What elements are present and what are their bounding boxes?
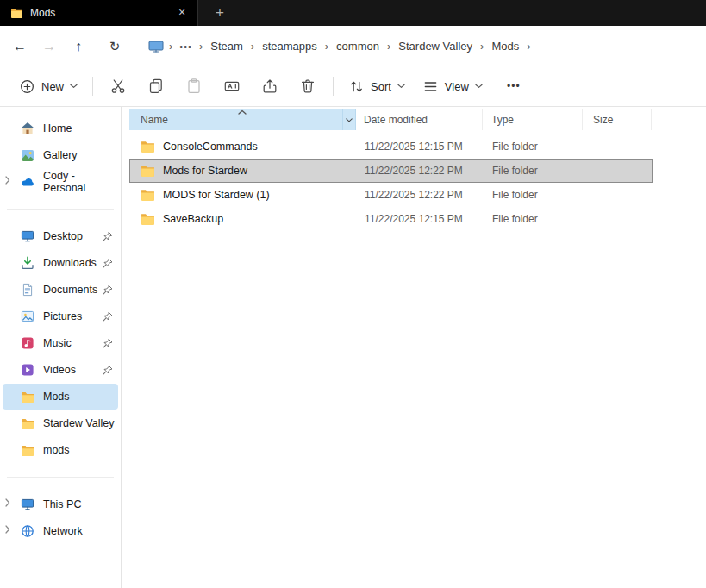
- chevron-down-icon: [397, 84, 405, 89]
- column-filter-dropdown[interactable]: [342, 109, 355, 130]
- refresh-button[interactable]: ↻: [100, 32, 129, 61]
- column-header-date-modified[interactable]: Date modified: [356, 109, 483, 130]
- view-button-label: View: [445, 80, 469, 93]
- column-header-label: Name: [141, 114, 168, 126]
- folder-icon: [141, 189, 155, 201]
- chevron-down-icon: [475, 84, 483, 89]
- explorer-tab[interactable]: Mods ×: [0, 0, 198, 26]
- back-button[interactable]: ←: [5, 32, 34, 61]
- breadcrumb-separator[interactable]: ›: [323, 40, 330, 53]
- breadcrumb-separator[interactable]: ›: [525, 40, 532, 53]
- gallery-icon: [21, 148, 34, 162]
- folder-icon: [21, 418, 34, 429]
- sidebar-item-label: Videos: [43, 364, 76, 376]
- breadcrumb-separator[interactable]: ›: [478, 40, 485, 53]
- pin-icon: [103, 285, 113, 295]
- sort-button-label: Sort: [371, 80, 391, 93]
- sidebar-item-this-pc[interactable]: This PC: [3, 491, 118, 517]
- view-button[interactable]: View: [414, 72, 491, 101]
- sort-arrows-icon: [348, 78, 365, 95]
- breadcrumb-separator[interactable]: ›: [249, 40, 256, 53]
- sidebar-section-divider: [0, 464, 121, 491]
- sidebar-item-label: Documents: [43, 284, 97, 296]
- file-row[interactable]: SaveBackup 11/22/2025 12:15 PM File fold…: [129, 207, 653, 231]
- breadcrumb-separator[interactable]: ›: [197, 40, 204, 53]
- column-header-name[interactable]: Name: [129, 109, 356, 130]
- sidebar-item-desktop[interactable]: Desktop: [3, 223, 118, 249]
- sidebar-item-label: This PC: [43, 498, 81, 510]
- breadcrumb-item-steamapps[interactable]: steamapps: [256, 35, 323, 57]
- breadcrumb-item-steam[interactable]: Steam: [204, 35, 249, 57]
- delete-button[interactable]: [289, 72, 327, 101]
- breadcrumb-ellipsis-button[interactable]: •••: [174, 38, 197, 55]
- file-row[interactable]: ConsoleCommands 11/22/2025 12:15 PM File…: [129, 134, 653, 159]
- downloads-icon: [21, 256, 34, 270]
- trash-icon: [299, 78, 316, 95]
- folder-icon: [141, 141, 155, 153]
- file-row[interactable]: MODS for Stardew (1) 11/22/2025 12:22 PM…: [129, 183, 653, 207]
- sidebar-item-label: Desktop: [43, 230, 83, 242]
- sidebar-item-home[interactable]: Home: [3, 116, 118, 141]
- address-bar[interactable]: › ••• › Steam › steamapps › common › Sta…: [138, 32, 697, 61]
- share-button[interactable]: [251, 72, 289, 101]
- file-row-selected[interactable]: Mods for Stardew 11/22/2025 12:22 PM Fil…: [129, 159, 653, 183]
- column-header-type[interactable]: Type: [483, 109, 583, 130]
- up-button[interactable]: ↑: [64, 32, 93, 61]
- chevron-right-icon[interactable]: [5, 176, 10, 185]
- folder-icon: [141, 213, 155, 225]
- breadcrumb-item-common[interactable]: common: [330, 35, 385, 57]
- onedrive-icon: [21, 175, 34, 189]
- file-name: ConsoleCommands: [163, 141, 258, 153]
- sidebar-item-gallery[interactable]: Gallery: [3, 142, 118, 168]
- column-header-label: Type: [491, 114, 514, 126]
- toolbar-divider: [333, 77, 334, 96]
- sidebar-item-onedrive[interactable]: Cody - Personal: [3, 169, 118, 195]
- breadcrumb-separator[interactable]: ›: [167, 40, 174, 53]
- breadcrumb-separator[interactable]: ›: [385, 40, 392, 53]
- chevron-right-icon[interactable]: [5, 498, 10, 507]
- copy-button[interactable]: [137, 72, 175, 101]
- command-toolbar: New Sort View •••: [0, 66, 706, 107]
- file-type-cell: File folder: [484, 189, 584, 201]
- desktop-icon: [21, 229, 34, 243]
- tab-close-button[interactable]: ×: [173, 4, 191, 22]
- sidebar-item-label: mods: [43, 444, 70, 456]
- new-tab-button[interactable]: +: [209, 3, 230, 23]
- sidebar-item-label: Network: [43, 525, 83, 537]
- sidebar-item-network[interactable]: Network: [3, 518, 118, 544]
- rename-button[interactable]: [213, 72, 251, 101]
- documents-icon: [21, 283, 34, 297]
- file-name: Mods for Stardew: [163, 165, 247, 177]
- breadcrumb-item-stardew-valley[interactable]: Stardew Valley: [392, 35, 478, 57]
- title-bar: Mods × +: [0, 0, 706, 26]
- more-options-button[interactable]: •••: [497, 72, 531, 101]
- share-icon: [261, 78, 278, 95]
- sort-ascending-icon: [238, 109, 247, 115]
- column-header-size[interactable]: Size: [583, 109, 652, 130]
- paste-icon: [185, 78, 203, 95]
- cut-button[interactable]: [99, 72, 137, 101]
- chevron-right-icon[interactable]: [5, 525, 10, 534]
- pin-icon: [103, 365, 113, 375]
- forward-button[interactable]: →: [34, 32, 64, 61]
- paste-button[interactable]: [175, 72, 213, 101]
- sidebar-item-videos[interactable]: Videos: [3, 357, 118, 383]
- new-button[interactable]: New: [10, 72, 86, 101]
- column-headers: Name Date modified Type Size: [129, 109, 652, 130]
- sidebar-item-music[interactable]: Music: [3, 330, 118, 356]
- sidebar-item-mods[interactable]: Mods: [3, 384, 118, 410]
- folder-icon: [141, 165, 155, 177]
- breadcrumb-item-mods[interactable]: Mods: [485, 35, 525, 57]
- sidebar-item-mods-lower[interactable]: mods: [3, 437, 118, 463]
- sidebar-item-label: Home: [43, 122, 72, 134]
- file-date-cell: 11/22/2025 12:22 PM: [357, 189, 484, 201]
- sidebar-item-downloads[interactable]: Downloads: [3, 250, 118, 276]
- pictures-icon: [21, 310, 34, 323]
- sidebar-item-stardew-valley[interactable]: Stardew Valley: [3, 410, 118, 436]
- sort-button[interactable]: Sort: [340, 72, 414, 101]
- sidebar-item-label: Music: [43, 337, 72, 349]
- folder-icon: [21, 391, 34, 403]
- sidebar-item-pictures[interactable]: Pictures: [3, 303, 118, 329]
- sidebar-item-documents[interactable]: Documents: [3, 277, 118, 303]
- file-type-cell: File folder: [484, 165, 584, 177]
